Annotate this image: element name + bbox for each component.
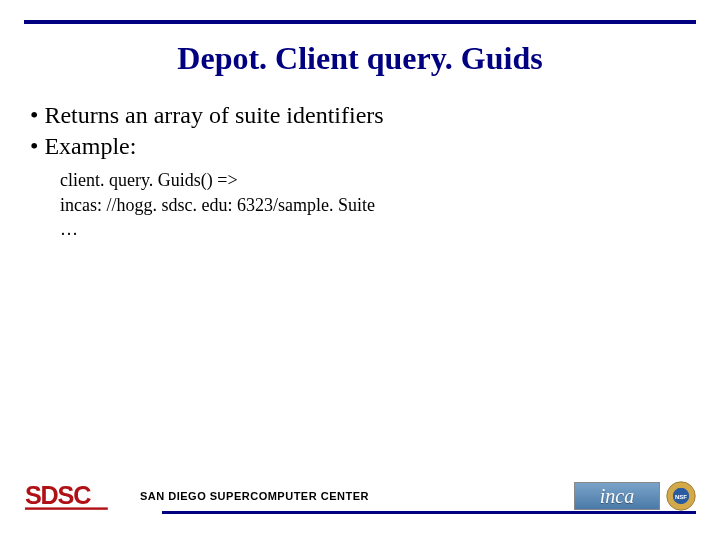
code-line: …: [60, 217, 690, 241]
inca-logo-icon: inca: [574, 482, 660, 510]
slide-content: Returns an array of suite identifiers Ex…: [30, 100, 690, 241]
footer-right-logos: inca NSF: [574, 481, 696, 511]
top-divider: [24, 20, 696, 24]
sdsc-logo-icon: SDSC: [24, 481, 134, 511]
bullet-list: Returns an array of suite identifiers Ex…: [30, 100, 690, 162]
footer-org-name: SAN DIEGO SUPERCOMPUTER CENTER: [140, 490, 574, 502]
slide-title: Depot. Client query. Guids: [0, 40, 720, 77]
sdsc-logo-text: SDSC: [25, 481, 91, 509]
svg-rect-0: [25, 507, 108, 509]
code-line: client. query. Guids() =>: [60, 168, 690, 192]
slide-footer: SDSC SAN DIEGO SUPERCOMPUTER CENTER inca: [24, 476, 696, 516]
bullet-item: Returns an array of suite identifiers: [30, 100, 690, 131]
code-line: incas: //hogg. sdsc. edu: 6323/sample. S…: [60, 193, 690, 217]
bullet-item: Example:: [30, 131, 690, 162]
nsf-logo-icon: NSF: [666, 481, 696, 511]
code-example: client. query. Guids() => incas: //hogg.…: [60, 168, 690, 241]
footer-divider: [162, 511, 696, 514]
svg-text:NSF: NSF: [675, 494, 687, 500]
